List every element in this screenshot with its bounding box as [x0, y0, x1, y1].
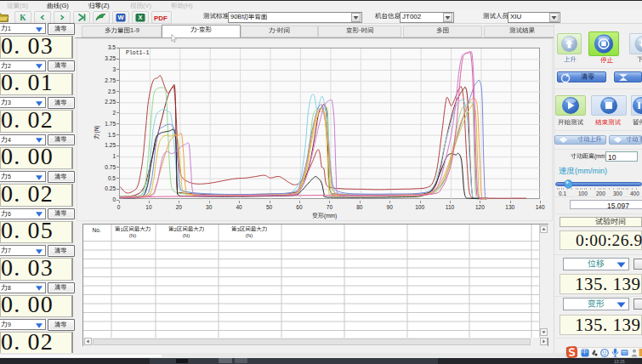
svg-text:3: 3	[8, 100, 11, 105]
svg-text:-: -	[197, 26, 200, 32]
svg-text:(mm): (mm)	[324, 213, 337, 219]
svg-text:2: 2	[8, 62, 11, 68]
svg-text:(H): (H)	[184, 3, 193, 9]
svg-text:(S): (S)	[20, 3, 29, 9]
svg-text:-: -	[276, 27, 278, 33]
svg-text:1: 1	[120, 227, 123, 232]
svg-text:6: 6	[8, 210, 11, 216]
svg-text:3: 3	[236, 227, 240, 232]
svg-text:PDF: PDF	[154, 14, 168, 22]
svg-text:K: K	[20, 14, 26, 22]
svg-text:W: W	[117, 14, 124, 21]
svg-text:5: 5	[8, 173, 11, 179]
svg-text:8: 8	[8, 284, 11, 290]
svg-text:(G): (G)	[60, 3, 69, 9]
svg-text:1-9: 1-9	[130, 27, 139, 34]
svg-text:(N): (N)	[94, 125, 100, 133]
svg-text:7: 7	[8, 247, 11, 253]
svg-text:90B: 90B	[230, 14, 241, 20]
svg-text:(V): (V)	[143, 3, 152, 9]
svg-text:9: 9	[8, 321, 11, 327]
svg-text:2: 2	[173, 227, 177, 232]
svg-text:X: X	[138, 14, 142, 21]
svg-text:(mm/min): (mm/min)	[575, 167, 607, 175]
svg-text:(Z): (Z)	[101, 3, 110, 9]
svg-text:-: -	[359, 27, 361, 33]
svg-text:1: 1	[8, 26, 11, 31]
svg-text:4: 4	[8, 136, 11, 142]
